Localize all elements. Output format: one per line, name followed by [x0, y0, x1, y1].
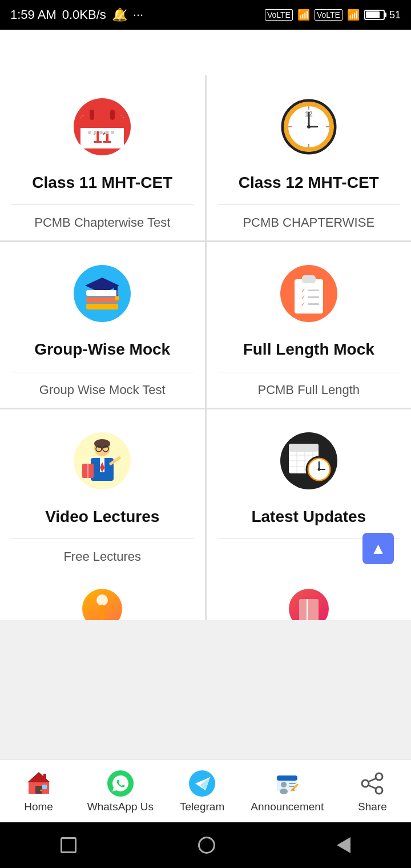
- class12-title: Class 12 MHT-CET: [239, 172, 379, 193]
- telegram-label: Telegram: [180, 801, 224, 813]
- latestupdates-cell[interactable]: Latest Updates ▲: [207, 409, 412, 574]
- home-button-icon: [198, 837, 215, 854]
- svg-point-21: [307, 125, 311, 128]
- status-left: 1:59 AM 0.0KB/s 🔔̸ ···: [10, 7, 143, 22]
- svg-rect-4: [90, 110, 94, 120]
- battery-fill: [366, 11, 380, 18]
- svg-point-9: [99, 131, 103, 134]
- videolectures-subtitle: Free Lectures: [11, 539, 194, 574]
- svg-text:✓: ✓: [301, 287, 305, 294]
- videolectures-cell[interactable]: Video Lectures Free Lectures: [0, 409, 205, 574]
- calendar-11-icon: 11: [68, 93, 136, 161]
- schedule-icon: [275, 427, 343, 495]
- svg-line-91: [368, 778, 376, 782]
- svg-text:11: 11: [93, 127, 112, 146]
- svg-rect-32: [302, 275, 316, 283]
- svg-point-65: [96, 594, 108, 606]
- nav-whatsapp[interactable]: WhatsApp Us: [87, 770, 154, 813]
- checklist-icon: ✓ ✓ ✓: [275, 259, 343, 328]
- telegram-icon: [188, 770, 216, 797]
- share-label: Share: [358, 801, 387, 813]
- svg-rect-73: [43, 774, 46, 781]
- status-time: 1:59 AM: [10, 7, 57, 22]
- svg-line-92: [368, 785, 376, 789]
- class11-title: Class 11 MHT-CET: [32, 172, 172, 193]
- svg-point-10: [105, 131, 108, 134]
- scroll-top-icon: ▲: [370, 540, 386, 558]
- books-icon: [68, 259, 136, 328]
- svg-rect-38: [308, 303, 319, 305]
- svg-rect-81: [277, 775, 297, 781]
- more-dots: ···: [133, 7, 143, 22]
- back-icon: [337, 837, 350, 853]
- nav-telegram[interactable]: Telegram: [174, 770, 231, 813]
- android-nav-bar: [0, 822, 411, 868]
- svg-marker-70: [27, 772, 50, 782]
- android-home-button[interactable]: [198, 837, 215, 854]
- svg-text:✓: ✓: [301, 294, 305, 300]
- partial-orange-icon: [82, 589, 122, 620]
- fulllength-cell[interactable]: ✓ ✓ ✓ Full Length Mock PCMB Full Length: [207, 242, 412, 407]
- status-right: VoLTE 📶 VoLTE 📶 51: [265, 9, 401, 21]
- scroll-top-button[interactable]: ▲: [362, 533, 394, 564]
- mute-icon: 🔔̸: [112, 7, 127, 22]
- groupwise-cell[interactable]: Group-Wise Mock Group Wise Mock Test: [0, 242, 205, 407]
- svg-point-82: [281, 782, 287, 787]
- svg-point-8: [94, 131, 97, 134]
- svg-point-7: [88, 131, 91, 134]
- groupwise-subtitle: Group Wise Mock Test: [11, 372, 194, 408]
- announcement-label: Announcement: [251, 801, 324, 813]
- svg-point-83: [280, 789, 288, 794]
- svg-rect-85: [289, 786, 295, 787]
- svg-rect-25: [86, 297, 118, 303]
- svg-rect-84: [289, 783, 296, 784]
- svg-rect-34: [308, 290, 319, 291]
- partial-cell-left: [0, 574, 205, 620]
- svg-point-89: [362, 780, 369, 787]
- latestupdates-title: Latest Updates: [251, 507, 366, 527]
- fulllength-title: Full Length Mock: [243, 339, 374, 360]
- signal-icon-2: 📶: [347, 9, 360, 21]
- nav-share[interactable]: Share: [344, 770, 401, 813]
- volte-icon: VoLTE: [265, 9, 293, 21]
- svg-point-88: [376, 773, 382, 780]
- recents-icon: [61, 837, 76, 853]
- nav-announcement[interactable]: Announcement: [251, 770, 324, 813]
- svg-point-64: [317, 468, 320, 471]
- bottom-nav: Home WhatsApp Us Telegram: [0, 760, 411, 822]
- battery-level: 51: [389, 9, 401, 21]
- whatsapp-label: WhatsApp Us: [87, 801, 154, 813]
- clock-12-icon: 12: [275, 93, 343, 161]
- svg-rect-36: [308, 296, 319, 298]
- svg-point-74: [40, 789, 42, 791]
- svg-rect-67: [299, 599, 319, 620]
- svg-rect-26: [86, 304, 118, 310]
- fulllength-subtitle: PCMB Full Length: [218, 372, 400, 408]
- whatsapp-icon: [107, 770, 134, 797]
- groupwise-title: Group-Wise Mock: [34, 339, 170, 360]
- grid: 11 Class 11 MHT-CET PCMB Chapterwise Tes…: [0, 75, 411, 574]
- status-bar: 1:59 AM 0.0KB/s 🔔̸ ··· VoLTE 📶 VoLTE 📶 5…: [0, 0, 411, 30]
- class11-subtitle: PCMB Chapterwise Test: [11, 204, 194, 240]
- class11-cell[interactable]: 11 Class 11 MHT-CET PCMB Chapterwise Tes…: [0, 75, 205, 240]
- announcement-icon: [273, 770, 301, 797]
- header-space: [0, 30, 411, 75]
- share-icon: [358, 770, 386, 797]
- class12-cell[interactable]: 12 Class 12 MHT-CET PCMB CHAPTERWISE: [207, 75, 412, 240]
- svg-rect-72: [42, 785, 47, 789]
- nav-home[interactable]: Home: [10, 770, 67, 813]
- class12-subtitle: PCMB CHAPTERWISE: [218, 204, 400, 240]
- svg-rect-5: [110, 110, 115, 120]
- home-icon: [25, 770, 53, 797]
- battery-icon: [364, 10, 385, 20]
- partial-book-icon: [289, 589, 329, 620]
- home-label: Home: [24, 801, 53, 813]
- svg-point-90: [376, 787, 382, 794]
- svg-point-28: [115, 296, 119, 300]
- partial-row: [0, 574, 411, 620]
- android-recents-button[interactable]: [61, 837, 76, 853]
- signal-icon-1: 📶: [297, 9, 310, 21]
- android-back-button[interactable]: [337, 837, 350, 853]
- main-content: 11 Class 11 MHT-CET PCMB Chapterwise Tes…: [0, 75, 411, 760]
- latestupdates-subtitle: ▲: [218, 539, 400, 570]
